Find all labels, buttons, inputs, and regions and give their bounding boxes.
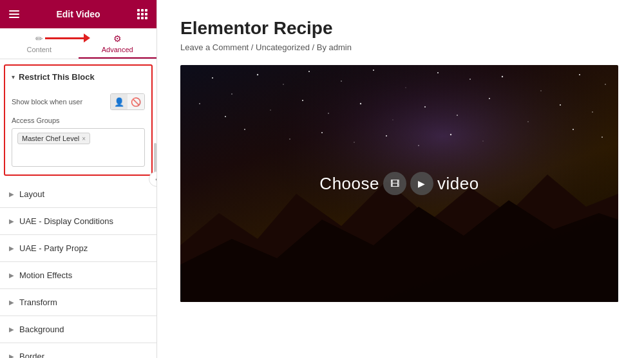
uae-party-label: UAE - Party Propz <box>19 243 88 253</box>
svg-point-26 <box>560 104 561 106</box>
svg-point-36 <box>573 129 574 130</box>
svg-point-16 <box>225 116 226 117</box>
svg-point-19 <box>328 113 329 114</box>
section-transform[interactable]: ▶ Transform <box>0 289 156 316</box>
main-content: Elementor Recipe Leave a Comment / Uncat… <box>157 0 644 358</box>
svg-point-6 <box>341 80 342 82</box>
section-layout[interactable]: ▶ Layout <box>0 181 156 208</box>
grid-icon[interactable] <box>137 9 147 19</box>
sidebar-tabs: ✏ Content ⚙ Advanced <box>0 28 156 59</box>
sidebar-title: Edit Video <box>56 9 100 19</box>
background-label: Background <box>19 325 64 334</box>
border-label: Border <box>19 352 44 358</box>
video-choose-text: Choose <box>319 174 379 194</box>
svg-point-2 <box>231 93 232 95</box>
svg-point-9 <box>437 72 439 73</box>
tag-master-chef: Master Chef Level × <box>17 133 90 144</box>
restrict-this-block-section: ▾ Restrict This Block Show block when us… <box>4 64 153 176</box>
background-chevron-icon: ▶ <box>9 326 14 333</box>
content-pencil-icon: ✏ <box>35 33 43 44</box>
svg-point-3 <box>257 74 258 75</box>
video-block[interactable]: Choose 🎞 ▶ video <box>180 65 618 302</box>
video-icon-circle-2: ▶ <box>410 172 433 195</box>
svg-point-30 <box>321 132 323 133</box>
section-uae-display[interactable]: ▶ UAE - Display Conditions <box>0 208 156 235</box>
video-text-suffix: video <box>437 174 479 194</box>
video-play-icon: ▶ <box>418 178 425 189</box>
uae-party-chevron-icon: ▶ <box>9 245 14 252</box>
page-title: Elementor Recipe <box>180 18 621 39</box>
video-overlay: Choose 🎞 ▶ video <box>319 172 478 195</box>
tab-content-label: Content <box>26 46 52 53</box>
svg-point-33 <box>418 145 419 146</box>
border-chevron-icon: ▶ <box>9 353 14 358</box>
svg-point-29 <box>289 138 290 140</box>
svg-point-11 <box>502 76 503 77</box>
block-user-toggle-on[interactable]: 👤 <box>111 94 128 109</box>
svg-point-17 <box>270 109 270 110</box>
transform-chevron-icon: ▶ <box>9 299 14 306</box>
video-film-icon: 🎞 <box>390 178 399 189</box>
svg-point-14 <box>605 84 606 85</box>
restrict-section-body: Show block when user 👤 🚫 Access Groups M… <box>5 88 151 174</box>
transform-label: Transform <box>19 297 57 307</box>
svg-point-35 <box>482 140 483 141</box>
section-border[interactable]: ▶ Border <box>0 343 156 358</box>
svg-point-1 <box>212 77 213 79</box>
access-groups-input[interactable]: Master Chef Level × <box>12 128 145 167</box>
motion-chevron-icon: ▶ <box>9 272 14 279</box>
svg-point-24 <box>489 98 490 99</box>
svg-point-23 <box>457 115 458 116</box>
hamburger-icon[interactable] <box>9 10 19 18</box>
svg-point-10 <box>469 79 471 80</box>
tab-advanced[interactable]: ⚙ Advanced <box>79 28 157 59</box>
sidebar-header: Edit Video <box>0 0 156 28</box>
page-meta: Leave a Comment / Uncategorized / By adm… <box>180 42 621 52</box>
show-block-label: Show block when user <box>12 98 82 106</box>
motion-label: Motion Effects <box>19 270 72 280</box>
svg-point-32 <box>386 135 387 137</box>
tab-content[interactable]: ✏ Content <box>0 28 79 59</box>
svg-point-8 <box>405 87 406 88</box>
svg-point-34 <box>450 134 451 135</box>
show-block-row: Show block when user 👤 🚫 <box>12 93 145 110</box>
svg-point-15 <box>199 103 200 104</box>
svg-point-21 <box>392 119 393 120</box>
uae-display-chevron-icon: ▶ <box>9 218 14 225</box>
svg-point-22 <box>424 106 426 108</box>
section-uae-party[interactable]: ▶ UAE - Party Propz <box>0 235 156 262</box>
svg-point-7 <box>373 70 374 71</box>
section-motion[interactable]: ▶ Motion Effects <box>0 262 156 289</box>
uae-display-label: UAE - Display Conditions <box>19 216 113 226</box>
restrict-section-header[interactable]: ▾ Restrict This Block <box>5 66 151 88</box>
layout-chevron-icon: ▶ <box>9 191 14 198</box>
tag-label: Master Chef Level <box>22 135 79 142</box>
block-user-toggle-off[interactable]: 🚫 <box>128 94 144 109</box>
svg-point-20 <box>360 103 361 104</box>
svg-point-18 <box>302 100 303 101</box>
sidebar: Edit Video ✏ Content ⚙ Advanced ▾ Restri… <box>0 0 157 358</box>
access-groups-label: Access Groups <box>12 117 145 124</box>
svg-point-13 <box>579 74 580 75</box>
svg-point-31 <box>354 142 354 142</box>
svg-point-5 <box>308 71 310 72</box>
svg-point-37 <box>601 137 603 138</box>
svg-point-27 <box>592 111 593 113</box>
toggle-group: 👤 🚫 <box>110 93 145 110</box>
advanced-gear-icon: ⚙ <box>113 33 122 44</box>
restrict-chevron-icon: ▾ <box>12 73 15 80</box>
restrict-section-title: Restrict This Block <box>19 72 95 82</box>
svg-point-12 <box>540 90 541 91</box>
layout-label: Layout <box>19 189 44 199</box>
svg-point-28 <box>244 129 245 130</box>
section-background[interactable]: ▶ Background <box>0 316 156 343</box>
tab-advanced-label: Advanced <box>102 46 133 53</box>
video-icon-circle-1: 🎞 <box>383 172 406 195</box>
svg-point-4 <box>283 84 283 84</box>
tag-remove-button[interactable]: × <box>82 135 86 142</box>
svg-point-25 <box>527 121 528 122</box>
